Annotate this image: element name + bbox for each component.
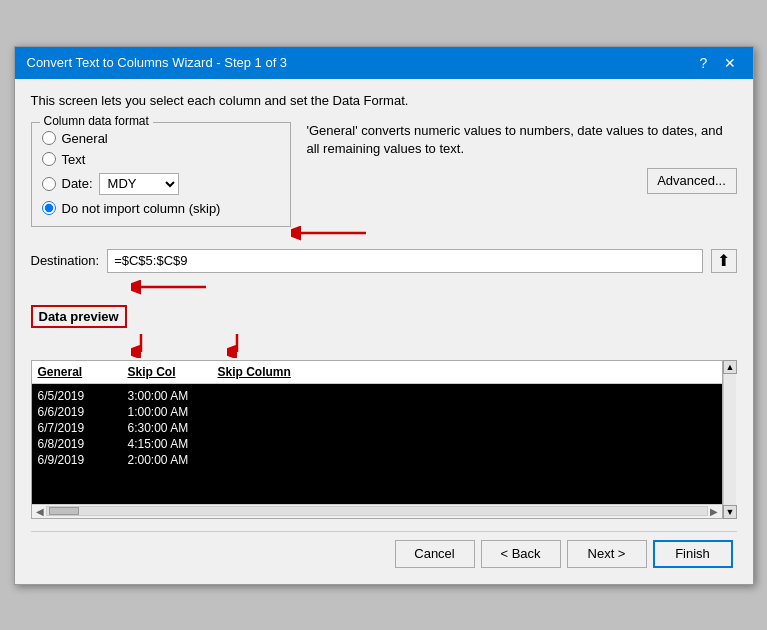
scroll-down-button[interactable]: ▼	[723, 505, 737, 519]
info-text: 'General' converts numeric values to num…	[307, 122, 737, 158]
column-format-group: Column data format General Text Date:	[31, 122, 291, 227]
cell-2-1: 6:30:00 AM	[128, 421, 218, 435]
table-row: 6/6/2019 1:00:00 AM	[38, 404, 716, 420]
radio-general-label[interactable]: General	[62, 131, 108, 146]
scroll-up-button[interactable]: ▲	[723, 360, 737, 374]
cell-4-1: 2:00:00 AM	[128, 453, 218, 467]
finish-button[interactable]: Finish	[653, 540, 733, 568]
cell-4-2	[218, 453, 298, 467]
table-row: 6/7/2019 6:30:00 AM	[38, 420, 716, 436]
cancel-button[interactable]: Cancel	[395, 540, 475, 568]
radio-general: General	[42, 131, 280, 146]
radio-skip-input[interactable]	[42, 201, 56, 215]
destination-label: Destination:	[31, 253, 100, 268]
table-row: 6/5/2019 3:00:00 AM	[38, 388, 716, 404]
dialog-window: Convert Text to Columns Wizard - Step 1 …	[14, 46, 754, 585]
date-format-select[interactable]: MDY DMY YMD	[99, 173, 179, 195]
data-preview-label: Data preview	[31, 305, 127, 328]
cell-2-0: 6/7/2019	[38, 421, 128, 435]
radio-date-label[interactable]: Date:	[62, 176, 93, 191]
cell-4-0: 6/9/2019	[38, 453, 128, 467]
data-preview-section: Data preview	[31, 305, 737, 519]
col3-arrow-icon	[227, 334, 247, 358]
preview-container: General Skip Col Skip Column 6/5/2019 3:…	[31, 360, 723, 519]
radio-text: Text	[42, 152, 280, 167]
horizontal-scrollbar[interactable]: ◀ ▶	[32, 504, 722, 518]
preview-data: 6/5/2019 3:00:00 AM 6/6/2019 1:00:00 AM …	[32, 384, 722, 504]
cell-0-2	[218, 389, 298, 403]
next-button[interactable]: Next >	[567, 540, 647, 568]
destination-collapse-button[interactable]: ⬆	[711, 249, 737, 273]
destination-row: Destination: ⬆	[31, 249, 737, 273]
radio-date-input[interactable]	[42, 177, 56, 191]
preview-arrows-row	[31, 334, 737, 358]
preview-wrapper: General Skip Col Skip Column 6/5/2019 3:…	[31, 360, 737, 519]
cell-1-0: 6/6/2019	[38, 405, 128, 419]
scrollbar-thumb-h[interactable]	[49, 507, 79, 515]
radio-text-label[interactable]: Text	[62, 152, 86, 167]
scrollbar-track-h[interactable]	[46, 506, 708, 516]
radio-skip-label[interactable]: Do not import column (skip)	[62, 201, 221, 216]
cell-3-0: 6/8/2019	[38, 437, 128, 451]
table-row: 6/8/2019 4:15:00 AM	[38, 436, 716, 452]
scrollbar-track-v	[724, 374, 736, 505]
cell-3-1: 4:15:00 AM	[128, 437, 218, 451]
close-button[interactable]: ✕	[719, 52, 741, 74]
skip-arrow-icon	[291, 223, 371, 243]
destination-arrow-icon	[131, 277, 211, 297]
footer-row: Cancel < Back Next > Finish	[31, 531, 737, 572]
cell-2-2	[218, 421, 298, 435]
radio-text-input[interactable]	[42, 152, 56, 166]
col-header-2: Skip Column	[218, 365, 308, 379]
dialog-body: This screen lets you select each column …	[15, 79, 753, 584]
back-button[interactable]: < Back	[481, 540, 561, 568]
title-bar: Convert Text to Columns Wizard - Step 1 …	[15, 47, 753, 79]
vertical-scrollbar[interactable]: ▲ ▼	[723, 360, 737, 519]
preview-main: General Skip Col Skip Column 6/5/2019 3:…	[31, 360, 723, 519]
col-header-1: Skip Col	[128, 365, 218, 379]
dialog-title: Convert Text to Columns Wizard - Step 1 …	[27, 55, 288, 70]
left-panel: Column data format General Text Date:	[31, 122, 291, 227]
main-content: Column data format General Text Date:	[31, 122, 737, 227]
cell-3-2	[218, 437, 298, 451]
col2-arrow-icon	[131, 334, 151, 358]
radio-date: Date: MDY DMY YMD	[42, 173, 280, 195]
cell-0-1: 3:00:00 AM	[128, 389, 218, 403]
right-panel: 'General' converts numeric values to num…	[307, 122, 737, 227]
cell-1-2	[218, 405, 298, 419]
radio-skip: Do not import column (skip)	[42, 201, 280, 216]
destination-input[interactable]	[107, 249, 702, 273]
radio-general-input[interactable]	[42, 131, 56, 145]
table-row: 6/9/2019 2:00:00 AM	[38, 452, 716, 468]
group-legend: Column data format	[40, 114, 153, 128]
preview-header: General Skip Col Skip Column	[32, 361, 722, 384]
help-button[interactable]: ?	[693, 52, 715, 74]
advanced-button[interactable]: Advanced...	[647, 168, 737, 194]
destination-arrow-row	[31, 277, 737, 297]
cell-1-1: 1:00:00 AM	[128, 405, 218, 419]
col-header-0: General	[38, 365, 128, 379]
description-text: This screen lets you select each column …	[31, 93, 737, 108]
title-controls: ? ✕	[693, 52, 741, 74]
cell-0-0: 6/5/2019	[38, 389, 128, 403]
